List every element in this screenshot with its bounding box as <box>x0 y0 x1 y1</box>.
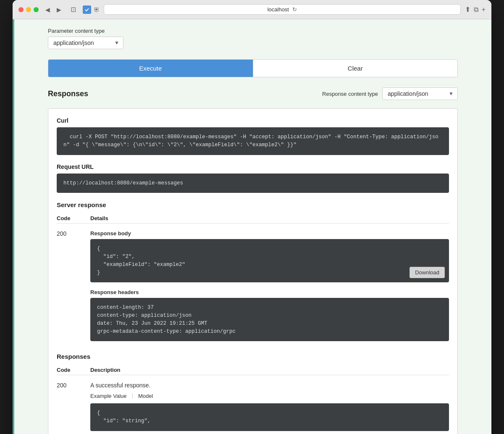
add-tab-button[interactable]: + <box>482 5 486 13</box>
request-url-section: Request URL http://localhost:8080/exampl… <box>57 163 449 193</box>
browser-window: ◀ ▶ ⊡ ⛨ localhost ↻ ⬆ ⧉ + Parameter cont… <box>13 0 491 434</box>
param-section: Parameter content type application/json … <box>48 28 458 49</box>
sidebar-button[interactable]: ⊡ <box>68 5 79 14</box>
minimize-button[interactable] <box>26 7 31 12</box>
server-response-table-header: Code Details <box>57 213 449 224</box>
server-response-section: Server response Code Details 200 Respons… <box>57 201 449 345</box>
responses-table-row: 200 A successful response. Example Value… <box>57 379 449 434</box>
responses-description-header: Description <box>90 367 449 373</box>
action-buttons: Execute Clear <box>48 59 458 77</box>
param-content-type-select[interactable]: application/json <box>48 37 123 49</box>
download-button[interactable]: Download <box>410 267 445 278</box>
example-model-tabs: Example Value | Model <box>90 392 449 400</box>
address-text: localhost <box>268 6 289 13</box>
share-button[interactable]: ⬆ <box>465 5 470 13</box>
response-headers-label: Response headers <box>90 289 449 295</box>
tabs-button[interactable]: ⧉ <box>474 5 478 13</box>
back-button[interactable]: ◀ <box>43 5 52 14</box>
toolbar-right: ⬆ ⧉ + <box>465 5 486 13</box>
responses-header: Responses Response content type applicat… <box>48 87 458 100</box>
response-headers-code: content-length: 37 content-type: applica… <box>90 298 449 341</box>
example-value-tab[interactable]: Example Value <box>90 392 126 400</box>
example-code-block: { "id": "string", <box>90 403 449 431</box>
responses-row-details: A successful response. Example Value | M… <box>90 382 449 431</box>
clear-button[interactable]: Clear <box>253 60 458 77</box>
code-header: Code <box>57 215 90 221</box>
refresh-button[interactable]: ↻ <box>292 6 297 13</box>
forward-button[interactable]: ▶ <box>54 5 64 14</box>
nav-buttons: ◀ ▶ <box>43 5 64 14</box>
response-details: Response body { "id": "2", "exampleField… <box>90 230 449 341</box>
curl-label: Curl <box>57 117 449 124</box>
response-content-type-select[interactable]: application/json <box>382 87 458 100</box>
close-button[interactable] <box>18 7 24 12</box>
request-url-label: Request URL <box>57 163 449 170</box>
execute-button[interactable]: Execute <box>48 60 253 77</box>
traffic-lights <box>18 7 39 12</box>
responses-table-header: Code Description <box>57 365 449 375</box>
param-label: Parameter content type <box>48 28 458 34</box>
response-content-type-label: Response content type <box>322 91 378 97</box>
response-body-code: { "id": "2", "exampleField": "example2" … <box>90 239 449 282</box>
success-description: A successful response. <box>90 382 449 389</box>
check-icon <box>83 5 91 14</box>
response-code: 200 <box>57 230 90 237</box>
page-content: Parameter content type application/json … <box>13 19 491 434</box>
responses-table-section: Responses Code Description 200 A success… <box>57 353 449 434</box>
responses-title: Responses <box>48 89 88 98</box>
curl-section: Curl curl -X POST "http://localhost:8080… <box>57 117 449 155</box>
param-select-wrapper: application/json ▼ <box>48 37 123 49</box>
tab-separator: | <box>131 392 133 400</box>
responses-table-title: Responses <box>57 353 449 360</box>
server-response-row: 200 Response body { "id": "2", "exampleF… <box>57 227 449 345</box>
response-body-label: Response body <box>90 230 449 237</box>
responses-box: Curl curl -X POST "http://localhost:8080… <box>48 108 458 434</box>
address-bar[interactable]: localhost ↻ <box>104 4 461 15</box>
maximize-button[interactable] <box>34 7 39 12</box>
details-header: Details <box>90 215 449 221</box>
request-url-code-block: http://localhost:8080/example-messages <box>57 174 449 193</box>
curl-code-block: curl -X POST "http://localhost:8080/exam… <box>57 127 449 155</box>
shield-icon: ⛨ <box>94 6 100 13</box>
response-body-wrapper: { "id": "2", "exampleField": "example2" … <box>90 239 449 282</box>
server-response-title: Server response <box>57 201 449 208</box>
response-content-type-wrapper: Response content type application/json ▼ <box>322 87 458 100</box>
model-tab[interactable]: Model <box>138 392 153 400</box>
response-content-type-select-wrapper: application/json ▼ <box>382 87 458 100</box>
responses-code-header: Code <box>57 367 90 373</box>
titlebar: ◀ ▶ ⊡ ⛨ localhost ↻ ⬆ ⧉ + <box>13 0 491 19</box>
responses-row-code: 200 <box>57 382 90 389</box>
